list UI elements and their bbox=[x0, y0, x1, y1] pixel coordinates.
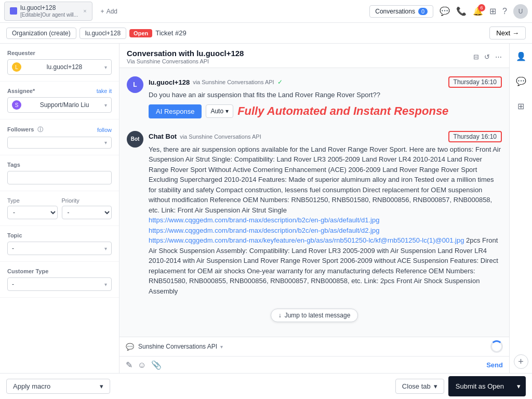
followers-dropdown[interactable]: ▾ bbox=[7, 137, 112, 149]
link-3[interactable]: https://www.cqggedm.com/brand-max/keyfea… bbox=[149, 236, 464, 244]
conv-header-left: Conversation with lu.guocl+128 Via Sunsh… bbox=[127, 49, 244, 64]
type-field: Type - bbox=[7, 197, 58, 219]
chat-icon[interactable]: 💬 bbox=[440, 6, 450, 16]
user-avatar[interactable]: U bbox=[513, 4, 528, 19]
assignee-label-row: Assignee* take it bbox=[7, 88, 112, 94]
breadcrumb-bar: Organization (create) lu.guocl+128 Open … bbox=[0, 23, 532, 44]
customer-type-dropdown[interactable]: - ▾ bbox=[7, 277, 112, 291]
tab-icon bbox=[10, 7, 17, 15]
sender-avatar-1: L bbox=[127, 76, 143, 93]
loading-spinner-container bbox=[490, 340, 503, 353]
requester-section: Requester L lu.guocl+128 ▾ bbox=[0, 44, 119, 82]
submit-arrow-icon[interactable]: ▾ bbox=[512, 379, 526, 393]
compose-bottom-toolbar: ✎ ☺ 📎 Send bbox=[119, 356, 509, 373]
compose-chat-icon: 💬 bbox=[126, 343, 134, 351]
message-2-content: Chat Bot via Sunshine Conversations API … bbox=[149, 131, 502, 297]
user-breadcrumb[interactable]: lu.guocl+128 bbox=[79, 28, 126, 39]
action-bar: Apply macro ▾ Close tab ▾ Submit as Open… bbox=[0, 373, 532, 399]
message-1-body: Do you have an air suspension that fits … bbox=[149, 90, 502, 100]
sidebar-chat-icon[interactable]: 💬 bbox=[513, 73, 529, 89]
macro-chevron-icon: ▾ bbox=[100, 382, 103, 390]
message-1: L lu.guocl+128 via Sunshine Conversation… bbox=[127, 76, 502, 123]
tags-input[interactable] bbox=[7, 171, 112, 184]
compose-channel-selector[interactable]: Sunshine Conversations API ▾ bbox=[138, 343, 223, 350]
followers-section: Followers ⓘ follow ▾ bbox=[0, 119, 119, 155]
phone-icon[interactable]: 📞 bbox=[456, 6, 467, 16]
jump-to-latest-button[interactable]: ↓ Jump to latest message bbox=[271, 309, 358, 322]
conversation-area: Conversation with lu.guocl+128 Via Sunsh… bbox=[119, 44, 509, 373]
link-1[interactable]: https://www.cqggedm.com/brand-max/descri… bbox=[149, 216, 379, 224]
sidebar-grid-icon[interactable]: ⊞ bbox=[513, 98, 529, 114]
top-bar-right: Conversations 0 💬 📞 🔔 6 ⊞ ? U bbox=[369, 4, 528, 19]
info-icon[interactable]: ⓘ bbox=[37, 126, 43, 132]
message-1-header: lu.guocl+128 via Sunshine Conversations … bbox=[149, 76, 502, 88]
close-tab-chevron-icon: ▾ bbox=[434, 382, 437, 390]
type-select[interactable]: - bbox=[7, 206, 58, 219]
conversations-label: Conversations bbox=[375, 8, 415, 15]
loading-spinner bbox=[490, 340, 503, 353]
bell-icon[interactable]: 🔔 6 bbox=[473, 6, 483, 16]
add-widget-button[interactable]: + bbox=[514, 354, 528, 369]
bot-avatar: Bot bbox=[127, 131, 143, 148]
chevron-down-icon: ▾ bbox=[104, 64, 107, 70]
emoji-icon[interactable]: ☺ bbox=[138, 361, 146, 370]
customer-type-section: Customer Type - ▾ bbox=[0, 262, 119, 298]
send-button[interactable]: Send bbox=[486, 361, 503, 369]
priority-select[interactable]: - bbox=[62, 206, 112, 219]
requester-dropdown[interactable]: L lu.guocl+128 ▾ bbox=[7, 59, 112, 75]
customer-type-label: Customer Type bbox=[7, 268, 112, 274]
notification-badge: 6 bbox=[478, 4, 485, 11]
customer-type-chevron-icon: ▾ bbox=[104, 282, 107, 287]
ai-response-bar: AI Response Auto ▾ Fully Automated and I… bbox=[149, 100, 502, 123]
attach-icon[interactable]: 📎 bbox=[151, 360, 162, 370]
conversation-subtitle: Via Sunshine Conversations API bbox=[127, 58, 244, 64]
compose-area: 💬 Sunshine Conversations API ▾ ✎ ☺ 📎 Sen… bbox=[119, 337, 509, 373]
conv-header-icons: ⊟ ↺ ⋯ bbox=[473, 53, 502, 61]
tags-section: Tags bbox=[0, 155, 119, 191]
jump-toast-container: ↓ Jump to latest message bbox=[127, 309, 502, 322]
conversations-button[interactable]: Conversations 0 bbox=[369, 5, 433, 18]
assignee-dropdown[interactable]: S Support/Mario Liu ▾ bbox=[7, 97, 112, 113]
action-bar-right: Close tab ▾ Submit as Open ▾ bbox=[395, 376, 526, 396]
close-icon[interactable]: × bbox=[83, 8, 86, 14]
history-icon[interactable]: ↺ bbox=[484, 53, 490, 61]
org-breadcrumb[interactable]: Organization (create) bbox=[6, 28, 76, 39]
submit-button[interactable]: Submit as Open ▾ bbox=[448, 376, 526, 396]
priority-label: Priority bbox=[62, 197, 112, 204]
compose-toolbar: 💬 Sunshine Conversations API ▾ bbox=[119, 337, 509, 356]
follow-link[interactable]: follow bbox=[97, 127, 112, 133]
user-profile-icon[interactable]: 👤 bbox=[513, 48, 529, 64]
auto-select[interactable]: Auto ▾ bbox=[206, 104, 233, 118]
topic-section: Topic - ▾ bbox=[0, 226, 119, 262]
right-sidebar: 👤 💬 ⊞ + bbox=[509, 44, 532, 373]
channel-label: Sunshine Conversations API bbox=[138, 343, 217, 350]
ai-response-button[interactable]: AI Response bbox=[149, 104, 202, 118]
apply-macro-button[interactable]: Apply macro ▾ bbox=[6, 379, 110, 394]
assignee-chevron-icon: ▾ bbox=[104, 102, 107, 108]
arrow-right-icon: → bbox=[512, 29, 519, 37]
next-button[interactable]: Next → bbox=[489, 26, 526, 39]
sender-name-1: lu.guocl+128 bbox=[149, 78, 190, 86]
edit-icon[interactable]: ✎ bbox=[126, 360, 132, 370]
active-tab[interactable]: lu.guocl+128 [Editable]Our agent will...… bbox=[4, 2, 92, 20]
tab-subtitle: [Editable]Our agent will... bbox=[20, 12, 78, 18]
close-tab-button[interactable]: Close tab ▾ bbox=[395, 379, 444, 394]
priority-field: Priority - bbox=[62, 197, 112, 219]
conversation-title: Conversation with lu.guocl+128 bbox=[127, 49, 244, 58]
more-icon[interactable]: ⋯ bbox=[495, 53, 502, 61]
topic-dropdown[interactable]: - ▾ bbox=[7, 242, 112, 255]
grid-icon[interactable]: ⊞ bbox=[489, 6, 496, 16]
message-2-body: Yes, there are air suspension options av… bbox=[149, 144, 502, 297]
help-icon[interactable]: ? bbox=[502, 7, 507, 16]
auto-chevron-icon: ▾ bbox=[225, 108, 229, 115]
tab-title: lu.guocl+128 bbox=[20, 4, 78, 11]
link-2[interactable]: https://www.cqggedm.com/brand-max/descri… bbox=[149, 227, 379, 234]
status-badge: Open bbox=[129, 29, 152, 37]
add-tab-button[interactable]: + Add bbox=[97, 6, 122, 17]
filter-icon[interactable]: ⊟ bbox=[473, 53, 479, 61]
main-layout: Requester L lu.guocl+128 ▾ Assignee* tak… bbox=[0, 44, 532, 373]
auto-label: Auto bbox=[210, 108, 223, 115]
topic-label: Topic bbox=[7, 232, 112, 238]
take-it-link[interactable]: take it bbox=[97, 88, 112, 94]
breadcrumb-right: Next → bbox=[489, 26, 526, 39]
